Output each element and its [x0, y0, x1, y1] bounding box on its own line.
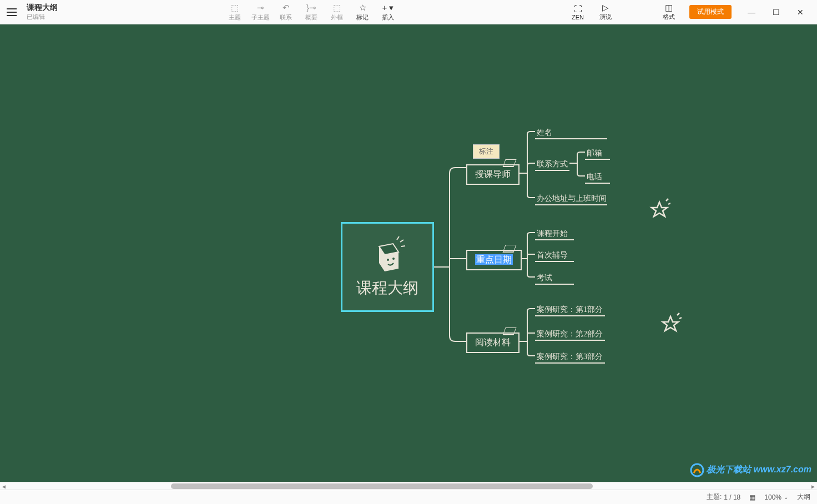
- svg-line-3: [400, 240, 404, 242]
- leaf-name[interactable]: 姓名: [537, 128, 552, 138]
- window-controls: — ☐ ✕: [739, 0, 813, 24]
- scrollbar-thumb[interactable]: [171, 483, 593, 489]
- book-icon: [368, 235, 407, 274]
- leaf-case2[interactable]: 案例研究：第2部分: [537, 329, 603, 339]
- svg-line-4: [401, 246, 405, 246]
- boundary-button[interactable]: ⬚ 外框: [324, 1, 350, 23]
- close-button[interactable]: ✕: [788, 0, 813, 24]
- statusbar: 主题: 1 / 18 ▦ 100% ⌄ 大纲: [0, 490, 817, 504]
- svg-line-8: [679, 317, 682, 319]
- svg-line-2: [397, 236, 399, 240]
- mindmap-canvas[interactable]: 课程大纲 标注 授课导师 姓名 联系方式 邮箱 电话 办公地址与上班时间 重点日…: [0, 24, 817, 490]
- toolbar: 课程大纲 已编辑 ⬚ 主题 ⊸ 子主题 ↶ 联系 }⊸ 概要 ⬚ 外框 ☆ 标记…: [0, 0, 817, 24]
- chevron-down-icon: ⌄: [784, 494, 788, 500]
- leaf-email[interactable]: 邮箱: [587, 148, 602, 158]
- fullscreen-icon: ⛶: [574, 4, 582, 14]
- boundary-icon: ⬚: [333, 3, 341, 13]
- horizontal-scrollbar[interactable]: ◄ ►: [0, 482, 817, 490]
- document-status: 已编辑: [27, 13, 58, 21]
- toolbar-right: ⛶ ZEN ▷ 演说 ◫ 格式 试用模式 — ☐ ✕: [565, 0, 813, 24]
- document-title: 课程大纲: [27, 3, 58, 13]
- svg-line-7: [677, 313, 679, 315]
- leaf-office[interactable]: 办公地址与上班时间: [537, 194, 607, 204]
- star-decoration-icon: [659, 312, 682, 334]
- leaf-exam[interactable]: 考试: [537, 273, 552, 283]
- topic-button[interactable]: ⬚ 主题: [222, 1, 248, 23]
- root-label: 课程大纲: [356, 278, 418, 299]
- map-icon: ▦: [749, 493, 755, 501]
- zen-button[interactable]: ⛶ ZEN: [565, 1, 591, 23]
- subtopic-button[interactable]: ⊸ 子主题: [248, 1, 273, 23]
- trial-mode-button[interactable]: 试用模式: [689, 5, 732, 19]
- branch-node-dates[interactable]: 重点日期: [466, 250, 522, 270]
- insert-button[interactable]: + ▾ 插入: [375, 1, 401, 23]
- scroll-left-arrow[interactable]: ◄: [0, 482, 8, 490]
- canvas-wrap: 课程大纲 标注 授课导师 姓名 联系方式 邮箱 电话 办公地址与上班时间 重点日…: [0, 24, 817, 490]
- svg-point-1: [392, 258, 395, 260]
- svg-line-6: [668, 203, 670, 204]
- toolbar-center: ⬚ 主题 ⊸ 子主题 ↶ 联系 }⊸ 概要 ⬚ 外框 ☆ 标记 + ▾ 插入: [222, 1, 401, 23]
- outline-view-button[interactable]: 大纲: [797, 492, 810, 502]
- topic-icon: ⬚: [231, 3, 239, 13]
- leaf-case1[interactable]: 案例研究：第1部分: [537, 305, 603, 315]
- panel-icon: ◫: [665, 3, 673, 13]
- play-icon: ▷: [602, 3, 609, 13]
- summary-button[interactable]: }⊸ 概要: [299, 1, 324, 23]
- minimize-button[interactable]: —: [739, 0, 764, 24]
- leaf-first-tutorial[interactable]: 首次辅导: [537, 250, 568, 260]
- marker-button[interactable]: ☆ 标记: [350, 1, 375, 23]
- relation-button[interactable]: ↶ 联系: [273, 1, 299, 23]
- relation-icon: ↶: [283, 3, 290, 13]
- maximize-button[interactable]: ☐: [764, 0, 788, 24]
- plus-icon: + ▾: [382, 3, 394, 13]
- menu-button[interactable]: [4, 4, 20, 20]
- present-button[interactable]: ▷ 演说: [593, 1, 618, 23]
- map-view-button[interactable]: ▦: [749, 493, 755, 501]
- leaf-case3[interactable]: 案例研究：第3部分: [537, 352, 603, 362]
- document-title-area: 课程大纲 已编辑: [27, 3, 58, 21]
- root-node[interactable]: 课程大纲: [341, 222, 434, 312]
- topic-count: 主题: 1 / 18: [707, 492, 740, 502]
- svg-point-0: [387, 259, 389, 261]
- svg-line-5: [666, 199, 668, 201]
- leaf-course-start[interactable]: 课程开始: [537, 229, 568, 239]
- scroll-right-arrow[interactable]: ►: [809, 482, 817, 490]
- branch-node-reading[interactable]: 阅读材料: [466, 332, 520, 353]
- subtopic-icon: ⊸: [257, 3, 264, 13]
- zoom-control[interactable]: 100% ⌄: [764, 493, 788, 501]
- format-button[interactable]: ◫ 格式: [656, 1, 682, 23]
- summary-icon: }⊸: [306, 3, 316, 13]
- star-icon: ☆: [359, 3, 366, 13]
- branch-node-instructor[interactable]: 授课导师: [466, 164, 520, 185]
- star-decoration-icon: [648, 198, 670, 220]
- leaf-contact[interactable]: 联系方式: [537, 159, 568, 169]
- note-tag[interactable]: 标注: [473, 144, 500, 159]
- leaf-phone[interactable]: 电话: [587, 172, 602, 182]
